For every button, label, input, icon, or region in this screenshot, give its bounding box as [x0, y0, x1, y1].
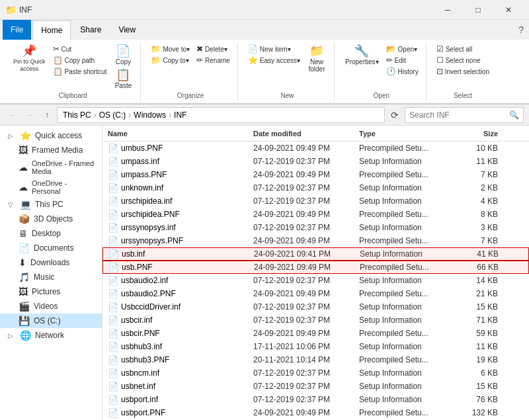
file-type: Precompiled Setu... — [359, 289, 445, 298]
table-row[interactable]: 📄 urschipidea.inf 07-12-2019 02:37 PM Se… — [102, 194, 529, 208]
sidebar-item-quick-access[interactable]: ▷ ⭐ Quick access — [0, 128, 102, 143]
table-row[interactable]: 📄 usbcir.inf 07-12-2019 02:37 PM Setup I… — [102, 314, 529, 327]
new-folder-button[interactable]: 📁 Newfolder — [305, 44, 329, 74]
col-header-name[interactable]: Name — [108, 130, 253, 138]
paste-shortcut-button[interactable]: 📋 Paste shortcut — [51, 66, 109, 77]
file-icon: 📄 — [108, 183, 118, 193]
path-this-pc[interactable]: This PC — [63, 110, 91, 120]
easy-access-icon: ⭐ — [248, 56, 258, 65]
file-date: 07-12-2019 02:37 PM — [253, 183, 359, 192]
copy-button[interactable]: 📄 Copy — [111, 44, 135, 67]
pin-quick-access-button[interactable]: 📌 Pin to Quickaccess — [11, 44, 48, 74]
file-type: Precompiled Setu... — [359, 170, 445, 179]
maximize-button[interactable]: □ — [463, 0, 493, 20]
file-name: usb.inf — [122, 249, 145, 259]
window-icon: 📁 — [5, 5, 17, 15]
tab-file[interactable]: File — [3, 20, 31, 40]
search-box[interactable]: 🔍 — [405, 107, 524, 123]
table-row[interactable]: 📄 usbaudio2.PNF 24-09-2021 09:49 PM Prec… — [102, 287, 529, 300]
path-inf[interactable]: INF — [174, 110, 186, 120]
onedrive-personal-icon: ☁ — [19, 182, 28, 192]
pictures-icon: 🖼 — [19, 286, 28, 297]
new-item-button[interactable]: 📄 New item▾ — [246, 44, 302, 54]
col-header-type[interactable]: Type — [359, 130, 445, 138]
sidebar-item-documents[interactable]: 📄 Documents — [0, 241, 102, 255]
table-row[interactable]: 📄 usbcir.PNF 24-09-2021 09:49 PM Precomp… — [102, 327, 529, 340]
help-icon[interactable]: ? — [518, 24, 524, 35]
table-row[interactable]: 📄 usb.inf 24-09-2021 09:41 PM Setup Info… — [102, 247, 529, 261]
file-size: 66 KB — [446, 263, 499, 272]
address-path[interactable]: This PC › OS (C:) › Windows › INF — [57, 107, 385, 123]
move-to-button[interactable]: 📁 Move to▾ — [149, 44, 192, 54]
table-row[interactable]: 📄 usb.PNF 24-09-2021 09:49 PM Precompile… — [102, 261, 529, 274]
easy-access-button[interactable]: ⭐ Easy access▾ — [246, 55, 302, 65]
file-size: 7 KB — [445, 236, 498, 245]
3d-objects-icon: 📦 — [19, 214, 30, 224]
sidebar-item-network[interactable]: ▷ 🌐 Network — [0, 328, 102, 343]
sidebar-item-framed-media[interactable]: 🖼 Framed Media — [0, 143, 102, 157]
select-all-button[interactable]: ☑ Select all — [434, 44, 491, 54]
table-row[interactable]: 📄 urssynopsys.inf 07-12-2019 02:37 PM Se… — [102, 221, 529, 234]
paste-button[interactable]: 📋 Paste — [111, 67, 135, 91]
sidebar-item-os-c[interactable]: 💾 OS (C:) — [0, 314, 102, 328]
select-none-button[interactable]: ☐ Select none — [434, 55, 491, 65]
minimize-button[interactable]: ─ — [432, 0, 463, 20]
sidebar-item-3d-objects[interactable]: 📦 3D Objects — [0, 212, 102, 226]
sidebar-item-onedrive-personal[interactable]: ☁ OneDrive - Personal — [0, 177, 102, 197]
properties-button[interactable]: 🔧 Properties▾ — [343, 44, 382, 67]
file-type: Setup Information — [359, 196, 445, 206]
search-input[interactable] — [409, 110, 507, 120]
table-row[interactable]: 📄 UsbccidDriver.inf 07-12-2019 02:37 PM … — [102, 300, 529, 314]
sidebar-item-videos[interactable]: 🎬 Videos — [0, 299, 102, 314]
sidebar-item-music[interactable]: 🎵 Music — [0, 270, 102, 284]
up-button[interactable]: ↑ — [40, 108, 54, 122]
table-row[interactable]: 📄 usbncm.inf 07-12-2019 02:37 PM Setup I… — [102, 366, 529, 380]
table-row[interactable]: 📄 usbport.inf 07-12-2019 02:37 PM Setup … — [102, 393, 529, 406]
file-type: Setup Information — [359, 382, 445, 391]
table-row[interactable]: 📄 umpass.inf 07-12-2019 02:37 PM Setup I… — [102, 155, 529, 168]
tab-home[interactable]: Home — [32, 21, 71, 40]
copy-path-button[interactable]: 📋 Copy path — [51, 55, 109, 65]
path-windows[interactable]: Windows — [134, 110, 166, 120]
edit-button[interactable]: ✏ Edit — [384, 55, 421, 65]
copy-to-button[interactable]: 📁 Copy to▾ — [149, 55, 192, 65]
new-item-icon: 📄 — [248, 44, 258, 54]
open-button[interactable]: 📂 Open▾ — [384, 44, 421, 54]
history-button[interactable]: 🕐 History — [384, 66, 421, 77]
sidebar-item-pictures[interactable]: 🖼 Pictures — [0, 284, 102, 299]
table-row[interactable]: 📄 urschipidea.PNF 24-09-2021 09:49 PM Pr… — [102, 208, 529, 221]
sidebar-item-this-pc[interactable]: ▽ 💻 This PC — [0, 197, 102, 212]
tab-view[interactable]: View — [110, 20, 143, 40]
back-button[interactable]: ← — [5, 108, 20, 122]
file-size: 10 KB — [445, 144, 498, 153]
forward-button[interactable]: → — [22, 108, 37, 122]
file-list: 📄 umbus.PNF 24-09-2021 09:49 PM Precompi… — [102, 142, 529, 420]
table-row[interactable]: 📄 unknown.inf 07-12-2019 02:37 PM Setup … — [102, 181, 529, 194]
rename-button[interactable]: ✏ Rename — [194, 55, 232, 65]
ribbon-group-new: 📄 New item▾ ⭐ Easy access▾ 📁 Newfolder N… — [241, 42, 335, 101]
col-header-date[interactable]: Date modified — [253, 130, 359, 138]
network-icon: 🌐 — [20, 330, 31, 341]
table-row[interactable]: 📄 usbaudio2.inf 07-12-2019 02:37 PM Setu… — [102, 274, 529, 287]
invert-selection-button[interactable]: ⊡ Invert selection — [434, 66, 491, 77]
sidebar-item-onedrive-framed[interactable]: ☁ OneDrive - Framed Media — [0, 157, 102, 177]
downloads-icon: ⬇ — [19, 257, 26, 268]
file-name: umbus.PNF — [121, 144, 163, 153]
table-row[interactable]: 📄 umbus.PNF 24-09-2021 09:49 PM Precompi… — [102, 142, 529, 155]
file-size: 11 KB — [445, 342, 498, 351]
table-row[interactable]: 📄 usbnet.inf 07-12-2019 02:37 PM Setup I… — [102, 380, 529, 393]
sidebar-item-downloads[interactable]: ⬇ Downloads — [0, 255, 102, 270]
table-row[interactable]: 📄 usbport.PNF 24-09-2021 09:49 PM Precom… — [102, 406, 529, 419]
delete-button[interactable]: ✖ Delete▾ — [194, 44, 232, 54]
tab-share[interactable]: Share — [72, 20, 109, 40]
path-os-c[interactable]: OS (C:) — [99, 110, 126, 120]
table-row[interactable]: 📄 usbhub3.PNF 20-11-2021 10:14 PM Precom… — [102, 353, 529, 366]
cut-button[interactable]: ✂ Cut — [51, 44, 109, 54]
table-row[interactable]: 📄 urssynopsys.PNF 24-09-2021 09:49 PM Pr… — [102, 234, 529, 247]
table-row[interactable]: 📄 usbhub3.inf 17-11-2021 10:06 PM Setup … — [102, 340, 529, 353]
refresh-button[interactable]: ⟳ — [387, 108, 402, 122]
table-row[interactable]: 📄 umpass.PNF 24-09-2021 09:49 PM Precomp… — [102, 168, 529, 181]
close-button[interactable]: ✕ — [493, 0, 524, 20]
col-header-size[interactable]: Size — [445, 130, 498, 138]
sidebar-item-desktop[interactable]: 🖥 Desktop — [0, 226, 102, 241]
